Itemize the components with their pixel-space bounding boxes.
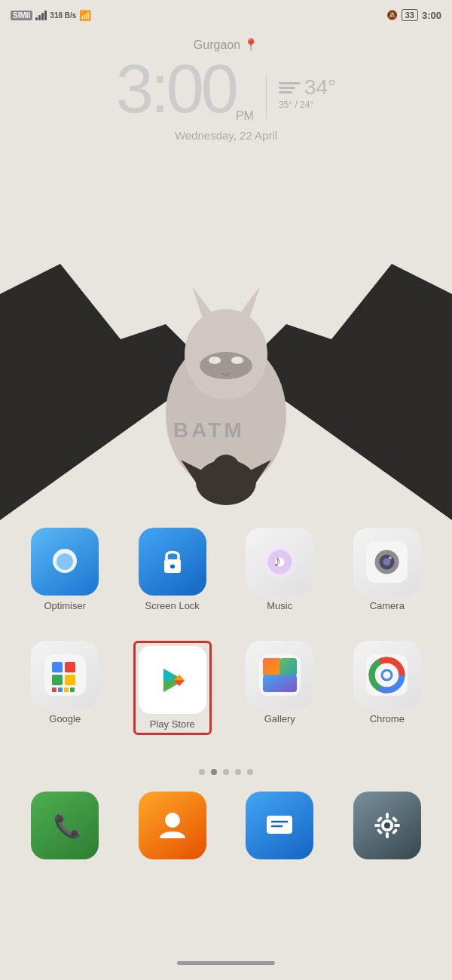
app-grid-row1: Optimiser Screen Lock ♪ Music [0,528,452,611]
battery-level: 33 [402,9,418,21]
optimiser-icon [31,528,99,596]
clock-period: PM [236,109,254,123]
svg-text:📞: 📞 [53,813,82,840]
app-playstore[interactable]: Play Store [133,641,212,735]
phone-icon: 📞 [31,792,99,859]
svg-rect-65 [377,816,383,822]
location-name: Gurgaon [194,38,240,52]
svg-rect-16 [170,565,175,568]
svg-rect-27 [52,662,63,672]
svg-rect-64 [394,824,400,827]
clock-display: 3:00 PM [116,55,254,123]
dot-2 [223,769,229,775]
app-chrome[interactable]: Chrome [353,641,421,735]
app-gallery[interactable]: Gallery [246,641,313,735]
svg-rect-29 [52,675,63,685]
svg-text:♪: ♪ [273,553,281,569]
home-pill [177,961,275,965]
clock-time: 3:00 [116,55,236,123]
signal-bars [35,10,47,20]
svg-rect-30 [65,675,75,685]
batman-wallpaper: BATM [0,204,452,520]
svg-point-14 [211,455,241,488]
dot-0 [199,769,205,775]
app-grid-row2: Google Play [0,641,452,735]
svg-rect-45 [263,675,297,692]
status-bar: SIMII 318 B/s 📶 🔕 33 3:00 [0,0,452,30]
dot-3 [235,769,241,775]
svg-rect-44 [279,658,297,676]
svg-rect-68 [392,828,398,835]
svg-rect-61 [386,813,389,819]
svg-rect-28 [65,662,75,672]
svg-point-55 [165,813,180,828]
dock-settings[interactable] [353,792,421,859]
svg-rect-62 [386,832,389,838]
svg-point-25 [389,556,392,559]
google-icon [31,641,99,709]
svg-point-60 [384,822,390,828]
app-optimiser[interactable]: Optimiser [31,528,99,611]
dot-4 [247,769,253,775]
music-icon: ♪ [246,528,313,596]
date-display: Wednesday, 22 April [175,129,277,142]
svg-rect-31 [52,688,56,692]
weather-lines-icon [279,82,300,93]
dot-1 [211,769,217,775]
svg-rect-32 [58,688,63,692]
playstore-icon [139,646,206,714]
optimiser-label: Optimiser [44,600,86,611]
chrome-label: Chrome [370,713,405,724]
home-indicator[interactable] [0,961,452,965]
svg-rect-56 [267,816,292,834]
svg-point-8 [209,357,221,364]
weather-icon-area: 34° [279,75,336,100]
screenlock-icon [139,528,206,596]
network-speed: 318 B/s [50,11,76,20]
time-display: 3:00 [422,10,441,21]
weather-line-3 [279,91,292,93]
gallery-label: Gallery [264,713,295,724]
clock-weather-row: 3:00 PM 34° 35° / 24° [116,55,337,123]
svg-rect-66 [392,816,398,822]
contacts-icon [139,792,206,859]
location-pin-icon: 📍 [243,38,258,52]
temperature-main: 34° [304,75,336,100]
status-left: SIMII 318 B/s 📶 [11,10,91,21]
weather-section: 34° 35° / 24° [279,75,336,110]
chrome-icon [353,641,421,709]
dock-contacts[interactable] [139,792,206,859]
svg-rect-34 [70,688,75,692]
dock-messages[interactable] [246,792,313,859]
app-google[interactable]: Google [31,641,99,735]
svg-point-9 [231,357,243,364]
mute-icon: 🔕 [386,10,398,20]
weather-line-1 [279,82,300,84]
weather-line-2 [279,87,295,89]
location-row: Gurgaon 📍 [194,38,258,52]
svg-point-24 [383,558,391,565]
camera-icon [353,528,421,596]
carrier-label: SIMII [11,11,32,20]
svg-text:BATM: BATM [173,418,245,442]
screenlock-label: Screen Lock [145,600,200,611]
wifi-icon: 📶 [79,10,91,21]
bar3 [41,13,44,20]
svg-rect-33 [64,688,69,692]
app-camera[interactable]: Camera [353,528,421,611]
gallery-icon [246,641,313,709]
music-label: Music [267,600,292,611]
app-music[interactable]: ♪ Music [246,528,313,611]
camera-label: Camera [370,600,405,611]
dock-phone[interactable]: 📞 [31,792,99,859]
svg-rect-63 [374,824,380,827]
app-screenlock[interactable]: Screen Lock [139,528,206,611]
status-right: 🔕 33 3:00 [386,9,441,21]
temperature-range: 35° / 24° [279,100,313,110]
messages-icon [246,792,313,859]
divider [266,74,267,119]
google-label: Google [49,713,81,724]
svg-rect-67 [377,828,383,835]
playstore-label: Play Store [150,718,195,730]
clock-section: Gurgaon 📍 3:00 PM 34° 35° / 24° Wednesda… [0,38,452,142]
